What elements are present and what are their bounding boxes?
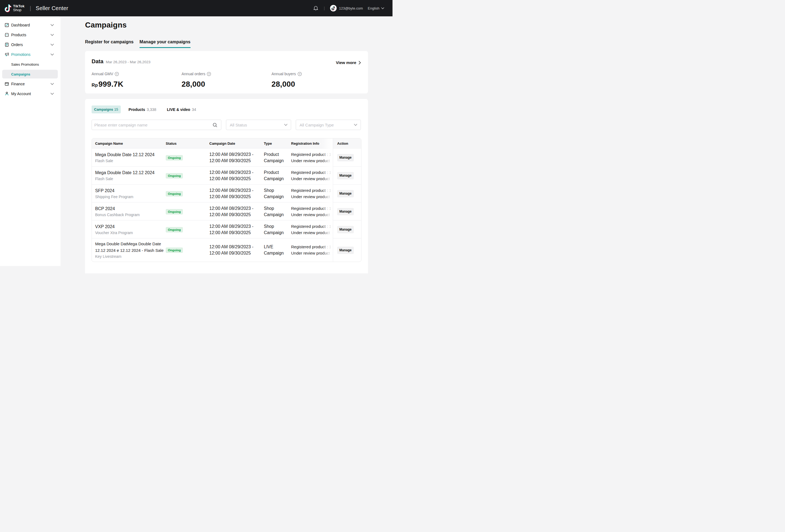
svg-text:?: ? [299, 72, 300, 75]
svg-text:?: ? [116, 72, 118, 75]
svg-text:?: ? [208, 72, 210, 75]
